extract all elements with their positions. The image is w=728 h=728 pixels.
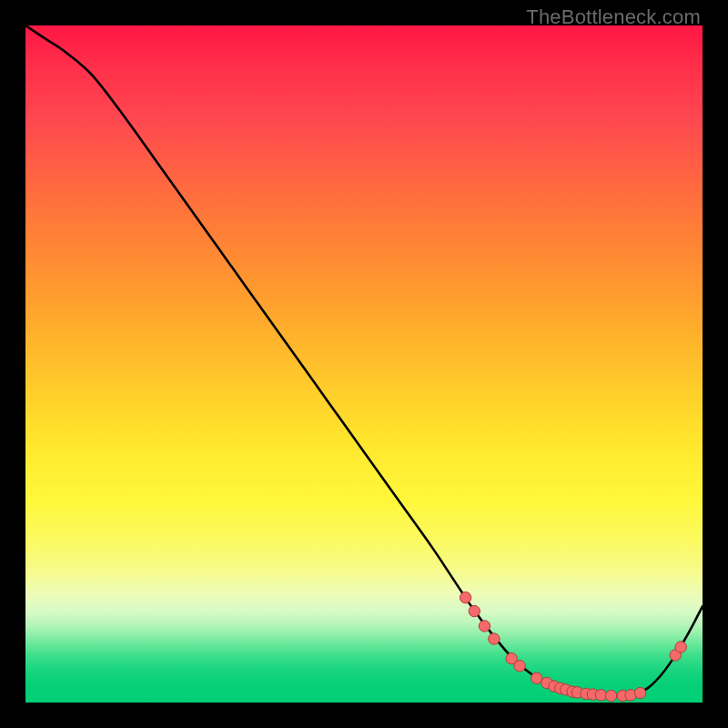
curve-marker [531, 672, 542, 683]
watermark-text: TheBottleneck.com [526, 5, 701, 29]
curve-marker [469, 605, 480, 616]
curve-marker [675, 642, 686, 652]
plot-area [25, 25, 703, 703]
chart-frame: TheBottleneck.com [0, 0, 728, 728]
curve-marker [595, 690, 606, 701]
curve-marker [514, 661, 525, 672]
curve-marker [460, 592, 470, 602]
curve-layer [25, 25, 703, 703]
curve-marker [634, 687, 645, 698]
curve-marker [489, 633, 500, 644]
curve-marker [605, 690, 616, 701]
bottleneck-curve [25, 25, 703, 696]
curve-marker [479, 621, 490, 632]
